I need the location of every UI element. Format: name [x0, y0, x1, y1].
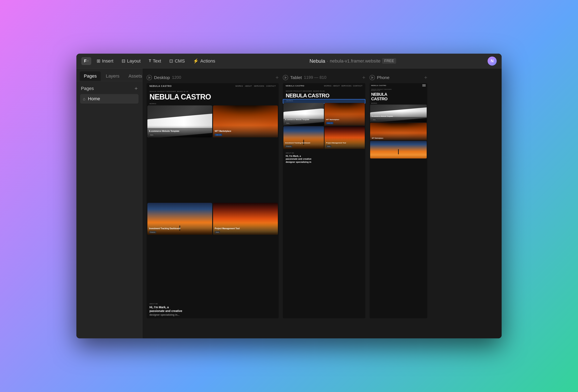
canvas-area[interactable]: Desktop 1200 + NEBULA CASTRO WORKS ABOUT	[143, 69, 502, 338]
cms-label: CMS	[175, 58, 185, 64]
add-page-button[interactable]: +	[135, 85, 138, 92]
tablet-card-nft-title: NFT Marketplace	[326, 119, 363, 121]
text-label: Text	[153, 58, 161, 64]
tablet-about-label: ABOUT ME	[286, 152, 362, 154]
preview-nav-links: WORKS ABOUT SERVICES CONTACT	[235, 85, 276, 87]
tablet-works-grid: E-commerce Website Template Save NFT Mar…	[283, 103, 365, 149]
app-title: Nebula	[309, 58, 325, 64]
desktop-about-text: Hi, I'm Mark, apassionate and creativede…	[149, 305, 276, 317]
cms-icon: ⊡	[169, 58, 173, 64]
tablet-preview: NEBULA CASTRO WORKS ABOUT SERVICES CONTA…	[283, 83, 365, 318]
phone-card-ecommerce[interactable]: E-commerce Website Template Save	[370, 105, 427, 122]
phone-preview-logo: NEBULA CASTRO	[371, 85, 386, 86]
tablet-card-nft-tag: Vote 3.5	[326, 122, 334, 124]
desktop-add-button[interactable]: +	[276, 74, 279, 81]
tablet-nav-contact: CONTACT	[353, 85, 362, 87]
tablet-card-ecommerce-tag: Save	[285, 122, 290, 124]
phone-hamburger[interactable]	[422, 84, 426, 87]
desktop-size: 1200	[172, 75, 181, 80]
insert-button[interactable]: ⊞ Insert	[94, 57, 116, 65]
tablet-header: Tablet 1199 — 810 +	[283, 74, 365, 83]
phone-viewport: Phone + NEBULA CASTRO	[370, 74, 427, 333]
tablet-header-left: Tablet 1199 — 810	[283, 75, 326, 80]
pages-section: Pages + ⌂ Home	[76, 81, 142, 106]
phone-card-landscape[interactable]	[370, 141, 427, 158]
actions-icon: ⚡	[193, 58, 198, 64]
tablet-nav-about: ABOUT	[333, 85, 340, 87]
tablet-add-button[interactable]: +	[362, 74, 365, 81]
desktop-hero: SENIOR PRODUCT DESIGNER, BASED IN UK. NE…	[146, 89, 279, 101]
user-avatar[interactable]: N	[487, 56, 497, 66]
tablet-card-ecommerce-label: E-commerce Website Template Save	[284, 114, 324, 126]
tablet-viewport: Tablet 1199 — 810 + NEBULA CASTRO WORKS …	[283, 74, 365, 333]
desktop-header-left: Desktop 1200	[146, 75, 181, 80]
tablet-card-investment[interactable]: Investment Tracking Dashboard Finance	[284, 126, 324, 149]
cms-button[interactable]: ⊡ CMS	[166, 57, 188, 65]
card-ecommerce-label: E-commerce Website Template Save	[147, 126, 212, 137]
page-item-label: Home	[88, 96, 100, 101]
phone-add-button[interactable]: +	[424, 74, 427, 81]
phone-play-button[interactable]	[370, 75, 375, 80]
toolbar: F ▾ ⊞ Insert ⊟ Layout T Text ⊡ CMS ⚡ Act…	[76, 54, 502, 69]
logo-dropdown-arrow: ▾	[87, 60, 89, 62]
phone-nav: NEBULA CASTRO	[370, 83, 427, 88]
free-badge: FREE	[382, 58, 396, 64]
tablet-about: ABOUT ME Hi, I'm Mark, apassionate and c…	[283, 151, 365, 165]
phone-subtitle: SENIOR PRODUCT DESIGNER,BASED IN UK.	[371, 89, 426, 91]
card-project[interactable]: Project Management Tool Save	[213, 203, 278, 235]
phone-card-ecommerce-tag: Save	[372, 119, 377, 121]
phone-works-grid: E-commerce Website Template Save NFT Mar…	[370, 105, 427, 158]
nav-contact: CONTACT	[266, 85, 276, 87]
text-button[interactable]: T Text	[146, 57, 164, 65]
desktop-about: ABOUT ME Hi, I'm Mark, apassionate and c…	[146, 302, 279, 318]
desktop-nav: NEBULA CASTRO WORKS ABOUT SERVICES CONTA…	[146, 83, 279, 89]
tablet-label: Tablet	[290, 75, 302, 80]
card-investment[interactable]: Investment Tracking Dashboard Finance	[147, 203, 212, 235]
card-nft-label: NFT Marketplace Vote 3.5	[213, 126, 278, 137]
phone-works-label: WORKS	[370, 102, 427, 105]
card-investment-label: Investment Tracking Dashboard Finance	[147, 223, 212, 235]
site-url-text: nebula-v1.framer.website	[330, 58, 381, 64]
tablet-card-ecommerce[interactable]: E-commerce Website Template Save	[284, 103, 324, 126]
desktop-hero-title: NEBULA CASTRO	[149, 93, 276, 101]
desktop-play-button[interactable]	[146, 75, 152, 80]
desktop-label: Desktop	[154, 75, 170, 80]
preview-logo: NEBULA CASTRO	[149, 85, 172, 87]
actions-button[interactable]: ⚡ Actions	[190, 57, 218, 65]
layout-icon: ⊟	[122, 58, 125, 64]
phone-header: Phone +	[370, 74, 427, 83]
phone-hero: SENIOR PRODUCT DESIGNER,BASED IN UK. NEB…	[370, 88, 427, 102]
tablet-card-project-title: Project Management Tool	[326, 142, 363, 144]
actions-label: Actions	[200, 58, 215, 64]
tab-layers[interactable]: Layers	[101, 71, 123, 81]
framer-logo-button[interactable]: F ▾	[81, 57, 91, 65]
phone-preview: NEBULA CASTRO SENIOR PRODUCT DESIGNER,BA…	[370, 83, 427, 318]
nav-services: SERVICES	[254, 85, 264, 87]
desktop-subtitle: SENIOR PRODUCT DESIGNER, BASED IN UK.	[149, 90, 276, 92]
card-ecommerce[interactable]: E-commerce Website Template Save	[147, 105, 212, 137]
tablet-card-ecommerce-title: E-commerce Website Template	[285, 119, 322, 121]
desktop-header: Desktop 1200 +	[146, 74, 279, 83]
card-nft-title: NFT Marketplace	[215, 130, 276, 132]
layout-button[interactable]: ⊟ Layout	[119, 57, 144, 65]
tablet-card-nft[interactable]: NFT Marketplace Vote 3.5	[325, 103, 365, 126]
tab-pages[interactable]: Pages	[80, 71, 101, 81]
desktop-works-grid: E-commerce Website Template Save NFT Mar…	[146, 105, 279, 299]
card-nft[interactable]: NFT Marketplace Vote 3.5	[213, 105, 278, 137]
card-ecommerce-title: E-commerce Website Template	[149, 130, 211, 132]
tablet-play-button[interactable]	[283, 75, 288, 80]
tablet-nav-works: WORKS	[324, 85, 332, 87]
tablet-card-investment-label: Investment Tracking Dashboard Finance	[284, 137, 324, 149]
tablet-card-project[interactable]: Project Management Tool Save	[325, 126, 365, 149]
phone-header-left: Phone	[370, 75, 389, 80]
card-ecommerce-tag: Save	[149, 134, 154, 136]
page-item-home[interactable]: ⌂ Home	[80, 94, 139, 104]
phone-card-ecommerce-label: E-commerce Website Template Save	[370, 111, 427, 122]
left-sidebar: Pages Layers Assets Pages + ⌂ Home	[76, 69, 143, 338]
card-project-label: Project Management Tool Save	[213, 223, 278, 235]
app-window: F ▾ ⊞ Insert ⊟ Layout T Text ⊡ CMS ⚡ Act…	[76, 54, 502, 338]
tablet-hero-title: NEBULA CASTRO	[286, 93, 362, 98]
phone-card-canyon-label: NFT Marketplace	[370, 133, 427, 140]
card-project-tag: Save	[215, 231, 220, 233]
phone-card-canyon[interactable]: NFT Marketplace	[370, 123, 427, 140]
